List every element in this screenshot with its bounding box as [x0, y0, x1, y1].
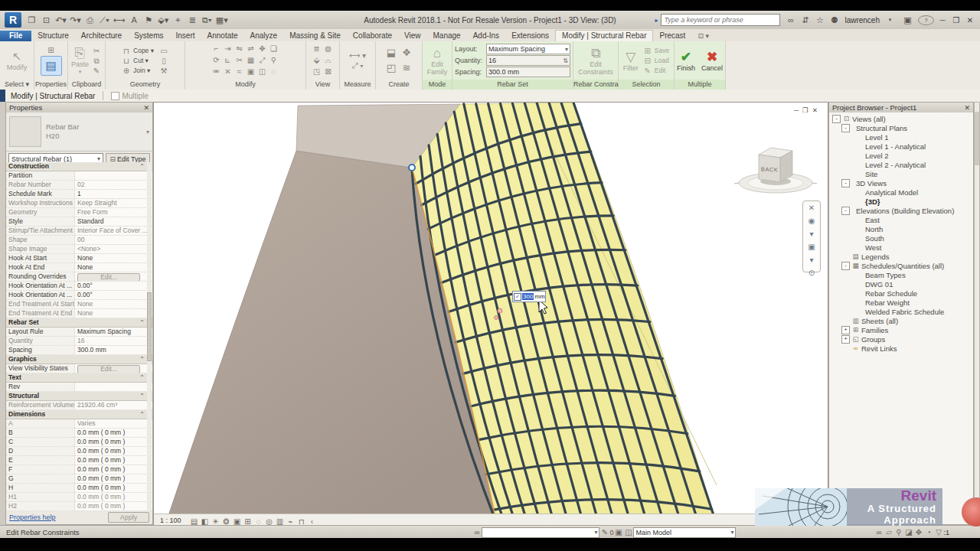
ribbon-tab[interactable]: Massing & Site [283, 31, 347, 41]
3d-view-icon[interactable]: ⬙ [312, 55, 322, 65]
user-icon[interactable]: ⚉ [827, 15, 841, 25]
apply-button[interactable]: Apply [108, 512, 149, 523]
cut-button[interactable]: ⊔Cut ▾ [121, 56, 154, 66]
quantity-input[interactable]: 16⇅ [486, 55, 570, 66]
visual-style-icon[interactable]: ◧ [200, 517, 211, 526]
create-assembly-icon[interactable]: ❖ [399, 45, 414, 60]
favorites-icon[interactable]: ☆ [812, 15, 827, 25]
property-row[interactable]: Construction [6, 162, 152, 171]
tree-item[interactable]: ▤ Legends [829, 252, 973, 261]
save-icon[interactable]: ⊡ [39, 15, 54, 25]
rotate-icon[interactable]: ⟳ [211, 55, 222, 65]
workset-select[interactable]: ▾ [482, 527, 599, 538]
aligned-dimension-icon[interactable]: ⟷ [112, 15, 127, 25]
tree-expander[interactable]: - [841, 179, 850, 187]
property-row[interactable]: Hook At End None [6, 263, 152, 272]
tree-item[interactable]: Welded Fabric Schedule [829, 307, 973, 316]
measure-icon[interactable]: ⟋▾ [97, 15, 112, 25]
rebar-handle-dot2[interactable] [495, 316, 498, 320]
property-row[interactable]: Hook Orientation At ... 0.00° [6, 282, 152, 291]
property-row[interactable]: H1 0.0 mm ( 0 mm ) [6, 493, 152, 502]
shadows-icon[interactable]: ❂ [221, 517, 232, 526]
ribbon-tab[interactable]: View [398, 31, 427, 41]
drag-on-selection-icon[interactable]: ✥ [913, 528, 923, 536]
property-row[interactable]: End Treatment At End None [6, 309, 152, 318]
select-pinned-icon[interactable]: ⚲ [893, 528, 903, 536]
property-row[interactable]: D 0.0 mm ( 0 mm ) [6, 447, 152, 456]
tree-item[interactable]: Rebar Weight [829, 298, 973, 307]
dim-value-selected[interactable]: 300 [522, 293, 534, 300]
tree-expander[interactable]: + [841, 335, 850, 344]
viewport-3d[interactable]: BACK ✓ 300 mm ─ ❒ ✕ ✕◉▾▣▾⊙ [153, 102, 828, 525]
browser-scrollbar[interactable] [974, 102, 980, 525]
tree-expander[interactable]: - [841, 207, 850, 215]
property-row[interactable]: Geometry Free Form [6, 208, 152, 217]
tree-item[interactable]: Beam Types [829, 270, 973, 279]
trim-icon[interactable]: ⊾ [223, 55, 234, 65]
vcb-expand-icon[interactable]: ‹ [307, 517, 318, 526]
property-row[interactable]: Text [6, 373, 152, 383]
hide-icon[interactable]: ◌ [269, 67, 279, 77]
tree-item[interactable]: Level 1 - Analytical [829, 142, 973, 151]
revit-logo[interactable]: R [5, 12, 21, 28]
tree-item[interactable]: DWG 01 [829, 279, 973, 289]
property-row[interactable]: B 0.0 mm ( 0 mm ) [6, 429, 152, 438]
properties-toggle-button[interactable]: ▤ [41, 56, 62, 76]
background-processes-icon[interactable]: ◔ [923, 528, 933, 536]
cope-button[interactable]: ⊓Cope ▾ [121, 46, 154, 56]
print-icon[interactable]: ⎙ [83, 15, 97, 25]
tree-item[interactable]: Rebar Schedule [829, 289, 973, 298]
temporary-hide-icon[interactable]: ◌ [253, 517, 264, 526]
search-input[interactable] [661, 14, 780, 26]
multiple-checkbox[interactable]: Multiple [111, 92, 148, 100]
copy-element-icon[interactable]: ❏ [269, 44, 279, 54]
properties-scrollbar[interactable] [147, 162, 152, 513]
panel-rebar-constraints-label[interactable]: Rebar Constraints [573, 80, 618, 90]
type-preview[interactable]: Rebar Bar H20 ▾ [6, 112, 152, 152]
app-store-cart-icon[interactable]: ▣ [900, 15, 915, 25]
tree-item[interactable]: ▥ Sheets (all) [829, 316, 973, 325]
ribbon-tab[interactable]: Systems [128, 31, 169, 41]
qat-customize-icon[interactable]: ▦▾ [214, 15, 230, 25]
navbar-chevron2-icon[interactable]: ▾ [809, 253, 813, 266]
property-row[interactable]: View Visibility States Edit... [6, 364, 152, 373]
search-binoculars-icon[interactable]: ∞ [783, 15, 798, 24]
ribbon-tab[interactable]: Precast [653, 31, 691, 41]
close-hidden-icon[interactable]: ⊠ [323, 67, 334, 77]
panel-selection-label[interactable]: Selection [619, 80, 674, 90]
property-row[interactable]: Schedule Mark 1 [6, 190, 152, 199]
property-row[interactable]: Hook Orientation At ... 0.00° [6, 291, 152, 300]
property-row[interactable]: Style Standard [6, 217, 152, 227]
panel-geometry-label[interactable]: Geometry [106, 80, 185, 90]
panel-mode-label[interactable]: Mode [423, 80, 452, 90]
select-links-icon[interactable]: ∞ [874, 528, 884, 536]
default-3d-view-icon[interactable]: ⬙▾ [156, 15, 171, 25]
ribbon-tab[interactable]: Collaborate [347, 31, 398, 41]
zoom-tool-icon[interactable]: ▣ [808, 240, 815, 253]
select-by-face-icon[interactable]: ◪ [903, 528, 913, 536]
tree-item[interactable]: Level 2 - Analytical [829, 160, 973, 169]
offset-icon[interactable]: ⇥ [223, 44, 234, 54]
panel-view-label[interactable]: View [306, 80, 339, 90]
paste-button[interactable]: ⎘ Paste▾ [71, 46, 89, 76]
signed-in-user[interactable]: lawrenceh [844, 16, 880, 24]
constraints-icon[interactable]: ⊓ [296, 517, 307, 526]
property-row[interactable]: F 0.0 mm ( 0 mm ) [6, 465, 152, 474]
ribbon-state-toggle-icon[interactable]: ⊡ ▾ [691, 31, 715, 41]
property-row[interactable]: G 0.0 mm ( 0 mm ) [6, 474, 152, 484]
restore-button[interactable]: ❒ [951, 16, 962, 24]
tree-item[interactable]: South [829, 233, 973, 243]
panel-modify-label[interactable]: Modify [185, 80, 305, 90]
sun-path-icon[interactable]: ☀ [211, 517, 221, 526]
ribbon-tab[interactable]: Structure [31, 31, 75, 41]
dimension-icon[interactable]: ⤢ ▾ [346, 60, 369, 70]
navbar-close-icon[interactable]: ✕ [808, 201, 815, 214]
edit-selection-icon[interactable]: ✎Edit [642, 66, 669, 76]
property-row[interactable]: Spacing 300.0 mm [6, 346, 152, 355]
design-option-select[interactable]: Main Model▾ [633, 527, 736, 538]
property-row[interactable]: Layout Rule Maximum Spacing [6, 328, 152, 337]
property-row[interactable]: A Varies [6, 419, 152, 429]
mirror-axis-icon[interactable]: ⇋ [234, 44, 245, 54]
copy-icon[interactable]: ⧉ [91, 56, 102, 66]
detail-level-icon[interactable]: ▤ [189, 517, 200, 526]
